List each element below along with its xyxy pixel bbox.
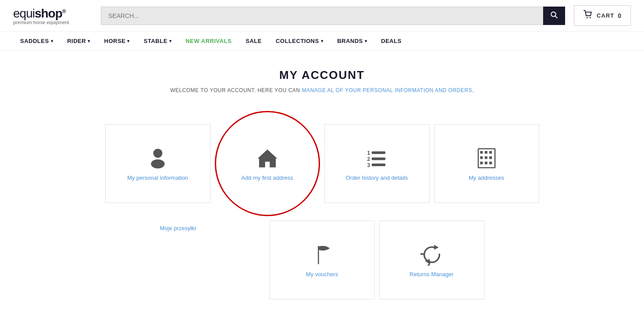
nav-collections[interactable]: COLLECTIONS ▾ (269, 32, 330, 50)
chevron-down-icon: ▾ (365, 39, 367, 43)
building-icon (475, 146, 498, 169)
card-returns-label: Returns Manager (409, 271, 453, 278)
orders-icon: 1 2 3 (366, 146, 388, 169)
svg-rect-14 (480, 151, 483, 153)
main-navigation: SADDLES ▾ RIDER ▾ HORSE ▾ STABLE ▾ NEW A… (0, 32, 644, 51)
header: equishop® premium horse equipment CART 0 (0, 0, 644, 32)
svg-point-4 (153, 149, 162, 158)
nav-stable[interactable]: STABLE ▾ (137, 32, 179, 50)
svg-rect-22 (489, 161, 492, 164)
search-button[interactable] (543, 7, 565, 25)
svg-marker-24 (434, 245, 438, 249)
svg-rect-16 (489, 151, 492, 153)
svg-point-3 (590, 17, 591, 18)
svg-rect-8 (371, 151, 385, 154)
nav-deals[interactable]: DEALS (374, 32, 409, 50)
subtitle-prefix: WELCOME TO YOUR ACCOUNT. HERE YOU CAN (170, 87, 302, 93)
nav-horse[interactable]: HORSE ▾ (97, 32, 137, 50)
card-personal-info[interactable]: My personal information (105, 124, 210, 203)
cart-area[interactable]: CART 0 (574, 5, 631, 26)
search-input[interactable] (101, 7, 543, 25)
flag-icon (311, 243, 334, 266)
svg-rect-18 (484, 156, 487, 159)
card-vouchers[interactable]: My vouchers (270, 221, 375, 299)
nav-rider[interactable]: RIDER ▾ (60, 32, 97, 50)
nav-sale[interactable]: SALE (238, 32, 269, 50)
chevron-down-icon: ▾ (51, 39, 53, 43)
account-section2: Moje przesyłki My vouchers Returns Manag… (13, 221, 631, 299)
svg-rect-12 (371, 164, 385, 166)
section2-label-text: Moje przesyłki (160, 225, 196, 231)
cart-svg-icon (584, 10, 593, 19)
svg-text:3: 3 (367, 162, 370, 168)
svg-line-1 (555, 16, 558, 18)
svg-text:1: 1 (367, 150, 370, 156)
svg-point-2 (587, 17, 588, 18)
search-icon (550, 11, 558, 19)
card-my-addresses[interactable]: My addresses (434, 124, 539, 203)
logo-text-part1: equi (13, 7, 35, 20)
card-add-address[interactable]: Add my first address (215, 111, 320, 216)
svg-point-0 (551, 12, 556, 17)
main-content: MY ACCOUNT WELCOME TO YOUR ACCOUNT. HERE… (0, 51, 644, 317)
card-personal-info-label: My personal information (127, 174, 188, 181)
card-returns[interactable]: Returns Manager (379, 221, 484, 299)
card-order-history-label: Order history and details (346, 174, 408, 181)
person-icon (146, 146, 169, 169)
logo-trademark: ® (62, 8, 66, 14)
svg-rect-17 (480, 156, 483, 159)
nav-new-arrivals[interactable]: NEW ARRIVALS (178, 32, 238, 50)
svg-marker-6 (257, 149, 277, 167)
svg-rect-19 (489, 156, 492, 159)
nav-saddles[interactable]: SADDLES ▾ (13, 32, 60, 50)
logo-text-part2: shop (35, 7, 62, 20)
chevron-down-icon: ▾ (169, 39, 172, 43)
nav-brands[interactable]: BRANDS ▾ (330, 32, 374, 50)
section2-label: Moje przesyłki (160, 221, 265, 232)
svg-rect-10 (371, 157, 385, 160)
page-title: MY ACCOUNT (13, 68, 631, 82)
logo-tagline: premium horse equipment (13, 20, 92, 25)
logo[interactable]: equishop® premium horse equipment (13, 7, 92, 25)
svg-text:2: 2 (367, 156, 370, 162)
card-add-address-label: Add my first address (241, 174, 293, 181)
search-area (101, 7, 565, 25)
logo-brand: equishop® (13, 7, 92, 21)
card-vouchers-label: My vouchers (306, 271, 338, 278)
account-cards-row1: My personal information Add my first add… (13, 111, 631, 216)
refresh-icon (420, 243, 443, 266)
subtitle-highlight: MANAGE AL OF YOUR PERSONAL INFORMATION A… (302, 87, 472, 93)
svg-rect-21 (484, 161, 487, 164)
page-subtitle: WELCOME TO YOUR ACCOUNT. HERE YOU CAN MA… (13, 87, 631, 93)
cart-count: 0 (618, 12, 621, 19)
chevron-down-icon: ▾ (321, 39, 324, 43)
subtitle-suffix: . (472, 87, 474, 93)
cart-icon (584, 10, 593, 21)
cart-label: CART (597, 12, 614, 19)
card-order-history[interactable]: 1 2 3 Order history and details (324, 124, 430, 203)
chevron-down-icon: ▾ (127, 39, 130, 43)
home-icon (256, 146, 279, 169)
chevron-down-icon: ▾ (88, 39, 90, 43)
svg-rect-20 (480, 161, 483, 164)
svg-rect-15 (484, 151, 487, 153)
card-my-addresses-label: My addresses (469, 174, 504, 181)
svg-point-5 (151, 159, 164, 168)
